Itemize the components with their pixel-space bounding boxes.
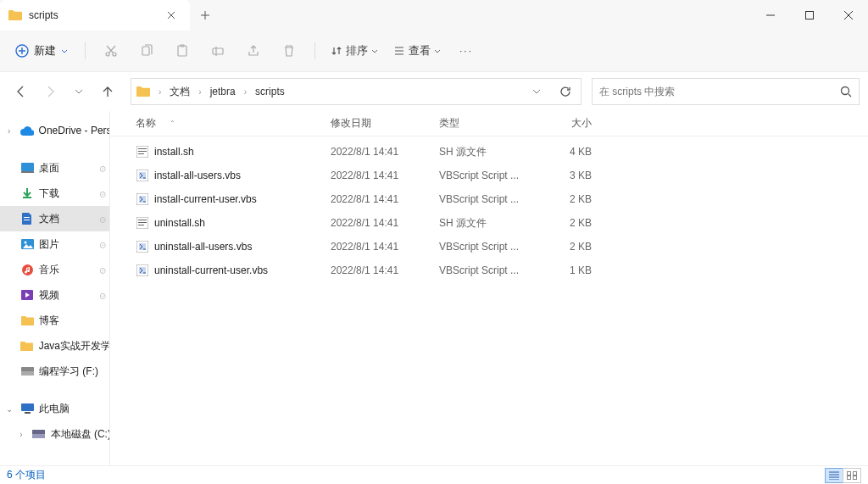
refresh-button[interactable] (554, 80, 577, 103)
svg-rect-26 (138, 153, 144, 154)
paste-button[interactable] (167, 36, 198, 66)
breadcrumb-1[interactable]: jetbra (209, 84, 237, 99)
file-list: install.sh2022/8/1 14:41SH 源文件4 KBinstal… (110, 136, 868, 465)
file-name: uninstall-all-users.vbs (154, 241, 331, 253)
file-row[interactable]: install-all-users.vbs2022/8/1 14:41VBScr… (110, 164, 868, 187)
sidebar-item-label: 视频 (39, 288, 59, 303)
more-button[interactable]: ··· (451, 45, 481, 57)
close-window-button[interactable] (829, 0, 868, 31)
svg-point-8 (842, 87, 849, 95)
copy-button[interactable] (131, 36, 162, 66)
folder-icon (135, 83, 152, 100)
maximize-button[interactable] (790, 0, 829, 31)
search-input[interactable] (599, 86, 840, 97)
file-row[interactable]: uninstall-all-users.vbs2022/8/1 14:41VBS… (110, 235, 868, 259)
col-header-date[interactable]: 修改日期 (331, 116, 439, 131)
back-button[interactable] (8, 79, 34, 104)
pin-icon: ⊙ (97, 289, 108, 301)
file-date: 2022/8/1 14:41 (331, 170, 439, 181)
delete-button[interactable] (274, 36, 304, 66)
sidebar-item-java[interactable]: Java实战开发学 (0, 333, 109, 359)
sidebar-item-blog[interactable]: 博客 (0, 308, 109, 333)
address-dropdown-button[interactable] (525, 80, 548, 103)
new-tab-button[interactable] (190, 0, 220, 31)
forward-button[interactable] (37, 79, 63, 104)
sidebar-item-pictures[interactable]: 图片 ⊙ (0, 231, 109, 257)
share-button[interactable] (238, 36, 269, 66)
file-name: install.sh (154, 146, 331, 158)
thumbnails-view-button[interactable] (843, 468, 861, 483)
file-name: install-all-users.vbs (154, 170, 331, 181)
file-row[interactable]: install-current-user.vbs2022/8/1 14:41VB… (110, 187, 868, 211)
tab-current[interactable]: scripts (0, 0, 190, 31)
file-row[interactable]: uninstall-current-user.vbs2022/8/1 14:41… (110, 259, 868, 282)
pin-icon: ⊙ (97, 187, 108, 199)
file-type: VBScript Script ... (439, 170, 532, 181)
file-type: VBScript Script ... (439, 264, 532, 276)
sidebar-item-disk-c[interactable]: › 本地磁盘 (C:) (0, 421, 109, 447)
cut-button[interactable] (96, 36, 126, 66)
breadcrumb-0[interactable]: 文档 (168, 83, 192, 101)
addressbar[interactable]: › 文档 › jetbra › scripts (131, 78, 581, 105)
chevron-right-icon[interactable]: › (3, 126, 15, 136)
up-button[interactable] (95, 79, 120, 104)
search-box[interactable] (592, 78, 860, 105)
sidebar-item-onedrive[interactable]: › OneDrive - Pers (0, 118, 109, 143)
search-icon[interactable] (840, 86, 852, 97)
file-row[interactable]: install.sh2022/8/1 14:41SH 源文件4 KB (110, 140, 868, 164)
details-view-button[interactable] (825, 468, 843, 483)
new-button[interactable]: 新建 (8, 40, 75, 62)
sidebar-item-coding-f[interactable]: 编程学习 (F:) (0, 359, 109, 384)
sidebar-item-label: 桌面 (39, 161, 59, 175)
chevron-right-icon[interactable]: › (242, 87, 248, 97)
view-dropdown[interactable]: 查看 (388, 40, 446, 62)
sidebar-item-label: 编程学习 (F:) (39, 364, 98, 379)
file-row[interactable]: uninstall.sh2022/8/1 14:41SH 源文件2 KB (110, 211, 868, 235)
pin-icon: ⊙ (97, 264, 108, 275)
file-icon (136, 216, 149, 230)
desktop-icon (20, 161, 34, 175)
file-icon (136, 264, 149, 277)
file-icon (136, 169, 149, 182)
drive-icon (20, 364, 34, 378)
sidebar-item-label: OneDrive - Pers (39, 125, 109, 136)
sidebar-item-desktop[interactable]: 桌面 ⊙ (0, 155, 109, 181)
video-icon (20, 288, 34, 302)
file-size: 3 KB (532, 170, 592, 181)
pc-icon (20, 402, 34, 415)
sidebar-item-documents[interactable]: 文档 ⊙ (0, 206, 109, 231)
file-type: SH 源文件 (439, 216, 532, 231)
tab-close-button[interactable] (161, 5, 181, 25)
col-header-size[interactable]: 大小 (532, 116, 592, 131)
rename-button[interactable] (203, 36, 233, 66)
file-name: uninstall.sh (154, 217, 331, 229)
cloud-icon (20, 124, 34, 137)
chevron-right-icon[interactable]: › (15, 430, 27, 439)
folder-icon (20, 314, 34, 327)
chevron-right-icon[interactable]: › (157, 87, 163, 97)
sidebar-item-videos[interactable]: 视频 ⊙ (0, 282, 109, 308)
music-icon (20, 263, 34, 276)
sidebar-item-music[interactable]: 音乐 ⊙ (0, 257, 109, 282)
svg-rect-10 (21, 171, 34, 173)
chevron-right-icon[interactable]: › (197, 87, 203, 97)
file-size: 2 KB (532, 241, 592, 253)
breadcrumb-2[interactable]: scripts (253, 84, 287, 99)
sidebar-item-label: 音乐 (39, 263, 59, 277)
recent-dropdown[interactable] (66, 79, 92, 104)
svg-rect-32 (138, 225, 144, 225)
minimize-button[interactable] (751, 0, 790, 31)
view-toggles (826, 468, 861, 483)
chevron-down-icon[interactable]: ⌄ (3, 404, 15, 414)
sort-dropdown[interactable]: 排序 (326, 40, 383, 62)
document-icon (20, 212, 34, 225)
col-header-type[interactable]: 类型 (439, 116, 532, 131)
svg-rect-0 (806, 12, 814, 19)
sidebar-item-downloads[interactable]: 下载 ⊙ (0, 181, 109, 206)
col-header-name[interactable]: 名称⌃ (136, 116, 331, 131)
file-type: VBScript Script ... (439, 193, 532, 205)
file-size: 4 KB (532, 146, 592, 158)
svg-rect-12 (24, 220, 30, 220)
sidebar-item-thispc[interactable]: ⌄ 此电脑 (0, 396, 109, 421)
file-type: VBScript Script ... (439, 241, 532, 253)
